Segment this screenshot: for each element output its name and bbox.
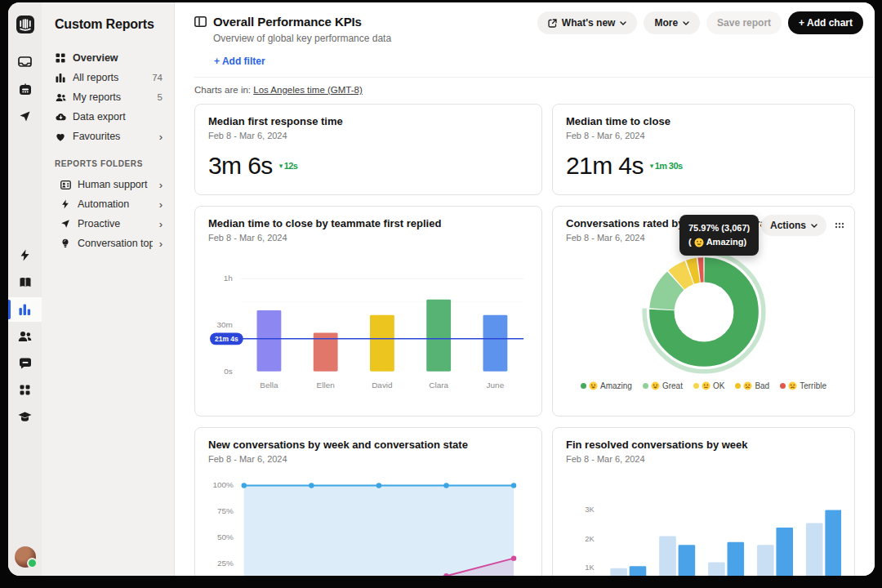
svg-text:David: David [372,381,392,390]
chat-bubble-icon [19,358,32,369]
emoji-ok-icon [702,381,710,390]
card-date-range: Feb 8 - Mar 6, 2024 [208,131,528,140]
kpi-delta: ▾12s [279,161,297,171]
intercom-logo-icon [16,15,35,34]
sidebar-section-title: REPORTS FOLDERS [55,159,166,168]
legend-item[interactable]: Amazing [581,381,632,390]
rail-apps[interactable] [8,378,42,403]
fin-resolved-bar-chart[interactable]: 1K2K3K [566,470,841,576]
chevron-down-icon [683,21,689,25]
legend-item[interactable]: Bad [735,381,769,390]
report-icon [194,16,207,27]
rail-academy[interactable] [8,405,42,430]
inbox-icon [18,56,32,69]
legend-item[interactable]: Great [643,381,683,390]
svg-text:1h: 1h [224,274,233,283]
intercom-logo[interactable] [8,12,42,37]
more-button[interactable]: More [644,11,700,34]
save-report-button[interactable]: Save report [706,11,782,34]
chevron-right-icon: › [159,199,163,210]
add-filter-link[interactable]: + Add filter [214,56,265,67]
sidebar-item-label: All reports [73,72,145,83]
whats-new-button[interactable]: What's new [537,11,638,34]
legend-item[interactable]: OK [693,381,724,390]
card-title: Median time to close [566,115,841,127]
app-rail [8,2,42,576]
svg-text:3K: 3K [585,506,595,514]
main-content: Overall Performance KPIs Overview of glo… [174,2,875,576]
user-avatar[interactable] [15,546,36,568]
custom-reports-sidebar: Custom Reports Overview All reports 74 M… [42,2,174,576]
timezone-link[interactable]: Los Angeles time (GMT-8) [253,85,363,95]
sidebar-item-my-reports[interactable]: My reports 5 [51,87,166,107]
sidebar-folder-conversation-topics[interactable]: Conversation topics › [51,234,166,253]
sidebar-item-data-export[interactable]: Data export [51,107,166,127]
sidebar-item-label: Proactive [78,218,153,229]
csat-donut-chart[interactable] [636,244,772,380]
sidebar-folder-human-support[interactable]: Human support › [51,175,166,194]
rail-automation[interactable] [8,243,42,268]
sidebar-folder-automation[interactable]: Automation › [51,194,166,214]
weekly-state-area-chart[interactable]: 100%75%50%25% [208,470,528,576]
chevron-down-icon [811,224,817,228]
sidebar-item-all-reports[interactable]: All reports 74 [51,68,166,87]
rail-fin[interactable] [8,77,42,101]
svg-text:21m 4s: 21m 4s [215,335,238,343]
chart-card-fin-resolved: Fin resolved conversations by week Feb 8… [552,427,855,576]
rail-outbound[interactable] [8,104,42,128]
teammate-bar-chart[interactable]: 0s30m1hBellaEllenDavidClaraJune21m 4s [208,249,528,396]
count-badge: 5 [158,92,163,102]
svg-text:0s: 0s [224,367,233,376]
chevron-right-icon: › [159,238,163,249]
page-subtitle: Overview of global key performance data [213,33,875,44]
svg-text:Clara: Clara [429,381,448,390]
actions-button[interactable]: Actions [761,215,826,236]
legend-dot [581,383,586,389]
chart-card-conversations-rated: Conversations rated by conversation rati… [552,206,855,416]
rail-knowledge[interactable] [8,270,42,295]
svg-text:June: June [487,381,505,390]
svg-text:30m: 30m [217,320,233,329]
sidebar-item-label: Data export [73,111,163,122]
svg-text:Ellen: Ellen [317,381,335,390]
rail-inbox[interactable] [8,50,42,74]
card-title: Median first response time [208,115,528,127]
add-chart-button[interactable]: + Add chart [788,11,863,34]
drag-handle-icon[interactable] [835,222,844,229]
lightbulb-icon [60,238,71,248]
card-title: Median time to close by teammate first r… [208,217,528,229]
legend-item[interactable]: Terrible [780,381,826,390]
svg-text:100%: 100% [212,480,234,489]
people-icon [18,331,32,342]
emoji-terrible-icon [788,381,797,390]
emoji-amazing-icon [589,381,598,390]
card-title: Fin resolved conversations by week [566,439,841,451]
rail-contacts[interactable] [8,324,42,349]
lightning-icon [20,249,30,261]
legend-dot [735,383,741,389]
card-date-range: Feb 8 - Mar 6, 2024 [208,454,528,464]
count-badge: 74 [152,73,163,82]
rail-conversations[interactable] [8,351,42,376]
chart-card-new-conversations-by-week: New conversations by week and conversati… [194,427,542,576]
tooltip-value: 75.97% (3,067) [688,221,750,235]
tooltip-label: ( Amazing) [688,235,750,249]
sidebar-item-overview[interactable]: Overview [51,48,166,68]
sidebar-item-favourites[interactable]: Favourites › [51,127,166,146]
rail-reports[interactable] [8,297,42,322]
book-icon [19,277,32,288]
bar-chart-icon [19,304,31,315]
legend-dot [693,383,699,389]
trend-down-icon: ▾ [279,162,283,170]
svg-text:1K: 1K [585,564,595,572]
sidebar-item-label: Automation [78,198,153,210]
sidebar-folder-proactive[interactable]: Proactive › [51,214,166,234]
chart-card-median-close-by-teammate: Median time to close by teammate first r… [194,206,542,416]
chevron-right-icon: › [159,131,163,142]
lightning-icon [60,199,71,209]
app-window: Custom Reports Overview All reports 74 M… [8,2,875,576]
sidebar-item-label: Conversation topics [78,238,153,249]
sidebar-item-label: Favourites [73,131,153,142]
kpi-card-median-time-to-close: Median time to close Feb 8 - Mar 6, 2024… [552,104,855,195]
fin-ai-icon [19,83,32,96]
